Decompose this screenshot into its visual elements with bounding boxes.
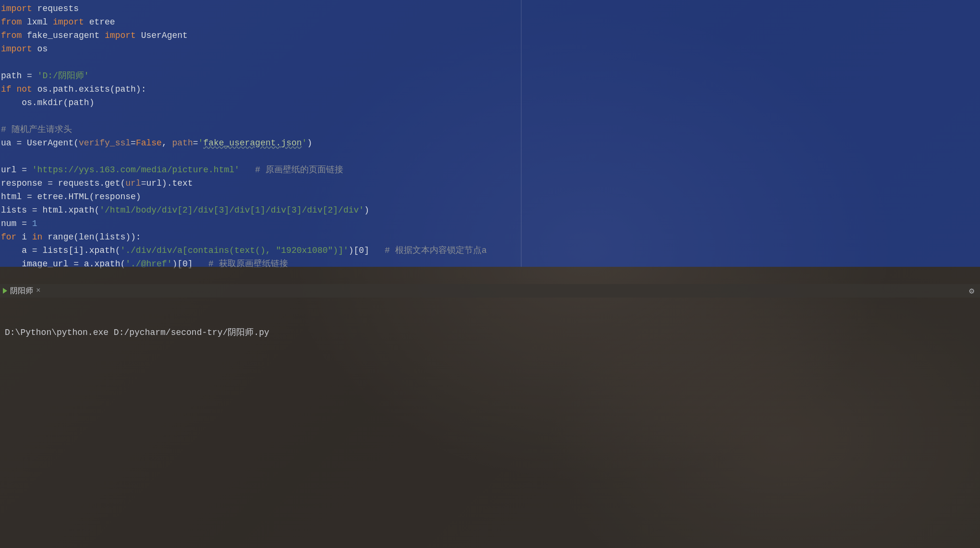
code-line: from lxml import etree	[0, 15, 980, 29]
code-line: from fake_useragent import UserAgent	[0, 29, 980, 42]
code-line: ua = UserAgent(verify_ssl=False, path='f…	[0, 136, 980, 150]
code-line: path = 'D:/阴阳师'	[0, 69, 980, 83]
run-tool-tabbar: 阴阳师 × ⚙	[0, 284, 980, 298]
code-editor[interactable]: import requestsfrom lxml import etreefro…	[0, 0, 980, 271]
run-tab-name[interactable]: 阴阳师	[10, 286, 33, 296]
code-editor-selection-overlay: import requestsfrom lxml import etreefro…	[0, 0, 980, 267]
code-line: for i in range(len(lists)):	[0, 230, 980, 244]
code-line: os.mkdir(path)	[0, 96, 980, 109]
code-line	[0, 150, 980, 163]
code-line: if not os.path.exists(path):	[0, 83, 980, 96]
code-line: url = 'https://yys.163.com/media/picture…	[0, 163, 980, 177]
code-line: # 随机产生请求头	[0, 123, 980, 136]
gear-icon[interactable]: ⚙	[969, 286, 974, 296]
code-line	[0, 56, 980, 69]
code-line: response = requests.get(url=url).text	[0, 177, 980, 190]
code-line: import os	[0, 42, 980, 56]
code-line: import requests	[0, 2, 980, 15]
close-tab-icon[interactable]: ×	[36, 286, 41, 295]
code-line	[0, 109, 980, 123]
code-line: lists = html.xpath('/html/body/div[2]/di…	[0, 203, 980, 217]
code-line: html = etree.HTML(response)	[0, 190, 980, 203]
code-line: num = 1	[0, 217, 980, 230]
console-line: D:\Python\python.exe D:/pycharm/second-t…	[5, 326, 975, 339]
run-console-output[interactable]: D:\Python\python.exe D:/pycharm/second-t…	[0, 298, 980, 548]
run-icon	[3, 288, 7, 294]
run-tool-window: 阴阳师 × ⚙ D:\Python\python.exe D:/pycharm/…	[0, 267, 980, 548]
code-line: a = lists[i].xpath('./div/div/a[contains…	[0, 244, 980, 257]
